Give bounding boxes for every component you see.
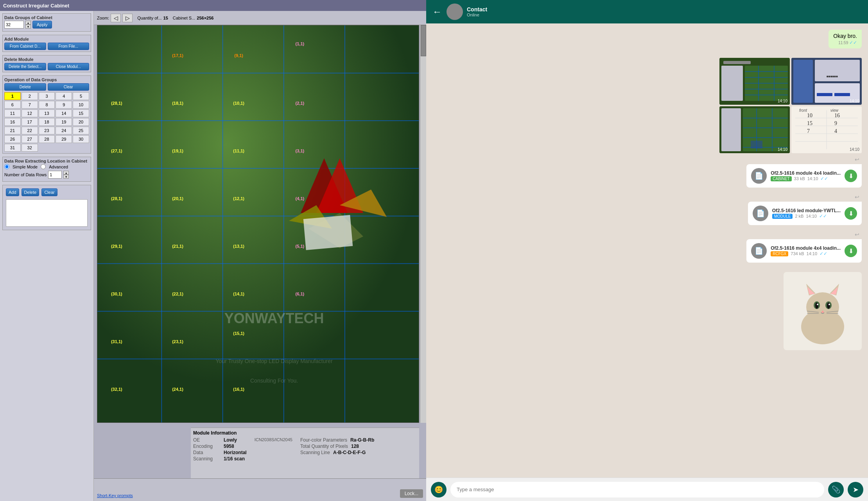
num-cell-28[interactable]: 28 — [39, 135, 55, 143]
svg-text:(17,1): (17,1) — [172, 53, 183, 58]
lock-button[interactable]: Lock... — [400, 489, 423, 498]
num-cell-19[interactable]: 19 — [56, 118, 72, 126]
delete-operation-button[interactable]: Delete — [4, 83, 46, 91]
num-cell-31[interactable]: 31 — [4, 144, 21, 152]
toolbar: Zoom: ◁ ▷ Quantity of... 15 Cabinet S...… — [94, 11, 426, 25]
reply-icon-3[interactable]: ↩ — [855, 231, 859, 238]
simple-mode-radio[interactable] — [4, 164, 9, 169]
extract-label: Data Row Extracting Location in Cabinet — [4, 159, 89, 163]
add-row-button[interactable]: Add — [6, 188, 19, 196]
num-cell-6[interactable]: 6 — [4, 101, 21, 109]
download-button-3[interactable]: ⬇ — [845, 245, 857, 257]
num-rows-spinner[interactable]: ▲ ▼ — [63, 171, 69, 179]
close-module-button[interactable]: Close Modul... — [48, 63, 90, 70]
num-cell-7[interactable]: 7 — [22, 101, 38, 109]
data-groups-spinner[interactable]: ▲ ▼ — [25, 21, 31, 29]
num-rows-spin-up[interactable]: ▲ — [63, 171, 69, 175]
four-color-key: Four-color Parameters — [300, 437, 347, 443]
clear-row-button[interactable]: Clear — [41, 188, 57, 196]
download-button-2[interactable]: ⬇ — [845, 207, 857, 220]
num-cell-14[interactable]: 14 — [56, 109, 72, 117]
num-cell-24[interactable]: 24 — [56, 127, 72, 134]
data-groups-input[interactable] — [4, 21, 24, 29]
num-cell-13[interactable]: 13 — [39, 109, 55, 117]
zoom-in-button[interactable]: ▷ — [122, 14, 133, 22]
num-cell-5[interactable]: 5 — [73, 92, 89, 100]
num-cell-30[interactable]: 30 — [73, 135, 89, 143]
svg-text:(29,1): (29,1) — [111, 244, 122, 249]
file-name-2: Of2.5-1616 led module-YWTL... — [772, 208, 841, 213]
download-button-1[interactable]: ⬇ — [845, 170, 857, 182]
num-cell-26[interactable]: 26 — [4, 135, 21, 143]
apply-button[interactable]: Apply — [32, 21, 52, 29]
num-rows-input[interactable] — [48, 171, 62, 179]
from-file-button[interactable]: From File... — [48, 43, 90, 50]
media-grid-row2: 14:10 10 16 15 — [719, 106, 862, 153]
media-thumb-2[interactable]: ■■■■■■ 14:10 — [791, 58, 862, 105]
shortcut-link[interactable]: Short-Key prompts — [97, 493, 133, 498]
file-message-row-2: 📄 Of2.5-1616 led module-YWTL... MODULE 2… — [432, 202, 862, 228]
attach-button[interactable]: 📎 — [828, 482, 844, 497]
send-button[interactable]: ➤ — [848, 482, 863, 497]
checkmarks: ✓✓ — [849, 40, 857, 45]
num-cell-10[interactable]: 10 — [73, 101, 89, 109]
num-cell-11[interactable]: 11 — [4, 109, 21, 117]
svg-rect-65 — [817, 93, 832, 96]
svg-text:(20,1): (20,1) — [172, 196, 183, 201]
num-cell-8[interactable]: 8 — [39, 101, 55, 109]
delete-by-select-button[interactable]: Delete the Select... — [4, 63, 46, 70]
num-cell-29[interactable]: 29 — [56, 135, 72, 143]
num-cell-27[interactable]: 27 — [22, 135, 38, 143]
svg-text:(24,1): (24,1) — [172, 387, 183, 392]
emoji-button[interactable]: 😊 — [431, 482, 447, 497]
file-info-2: Of2.5-1616 led module-YWTL... MODULE 2 k… — [772, 208, 841, 219]
spin-down[interactable]: ▼ — [25, 25, 31, 29]
media-thumb-3[interactable]: 14:10 — [719, 106, 790, 153]
file-icon-3: 📄 — [751, 243, 767, 259]
num-cell-3[interactable]: 3 — [39, 92, 55, 100]
chat-messages[interactable]: Okay bro. 11:59 ✓✓ — [426, 23, 868, 478]
delete-row-button[interactable]: Delete — [22, 188, 39, 196]
reply-icon-2[interactable]: ↩ — [855, 194, 859, 200]
vertical-scrollbar[interactable] — [420, 25, 426, 423]
svg-point-102 — [827, 302, 830, 309]
chat-input-bar: 😊 📎 ➤ — [426, 478, 868, 501]
advanced-mode-radio[interactable] — [41, 164, 46, 169]
oe-val: Lowly — [224, 437, 237, 443]
media-thumb-4[interactable]: 10 16 15 9 7 4 front view 14:10 — [791, 106, 862, 153]
num-rows-spin-down[interactable]: ▼ — [63, 175, 69, 179]
spin-up[interactable]: ▲ — [25, 21, 31, 25]
num-cell-23[interactable]: 23 — [39, 127, 55, 134]
svg-text:Consulting For You.: Consulting For You. — [250, 378, 298, 384]
media-thumb-1[interactable]: 14:10 — [719, 58, 790, 105]
num-cell-21[interactable]: 21 — [4, 127, 21, 134]
num-cell-32[interactable]: 32 — [22, 144, 38, 152]
num-cell-4[interactable]: 4 — [56, 92, 72, 100]
back-icon[interactable]: ← — [432, 6, 442, 17]
canvas-area: Zoom: ◁ ▷ Quantity of... 15 Cabinet S...… — [94, 11, 426, 501]
from-cabinet-button[interactable]: From Cabinet D... — [4, 43, 46, 50]
reply-icon-1[interactable]: ↩ — [855, 156, 859, 163]
num-cell-1[interactable]: 1 — [4, 92, 21, 100]
num-cell-18[interactable]: 18 — [39, 118, 55, 126]
num-cell-15[interactable]: 15 — [73, 109, 89, 117]
svg-text:9: 9 — [834, 120, 837, 126]
zoom-out-button[interactable]: ◁ — [111, 14, 121, 22]
scrollbar-thumb[interactable] — [421, 25, 426, 56]
svg-rect-52 — [721, 66, 743, 101]
svg-text:view: view — [830, 108, 839, 113]
quantity-label: Quantity of... — [137, 16, 161, 20]
row-display-area — [6, 199, 88, 227]
num-cell-20[interactable]: 20 — [73, 118, 89, 126]
num-cell-2[interactable]: 2 — [22, 92, 38, 100]
num-cell-25[interactable]: 25 — [73, 127, 89, 134]
clear-operation-button[interactable]: Clear — [48, 83, 90, 91]
file-size-1: 33 kB — [794, 176, 805, 181]
num-cell-16[interactable]: 16 — [4, 118, 21, 126]
num-cell-12[interactable]: 12 — [22, 109, 38, 117]
message-input[interactable] — [450, 482, 824, 497]
num-cell-22[interactable]: 22 — [22, 127, 38, 134]
num-cell-9[interactable]: 9 — [56, 101, 72, 109]
operation-label: Operation of Data Groups — [4, 77, 89, 82]
num-cell-17[interactable]: 17 — [22, 118, 38, 126]
